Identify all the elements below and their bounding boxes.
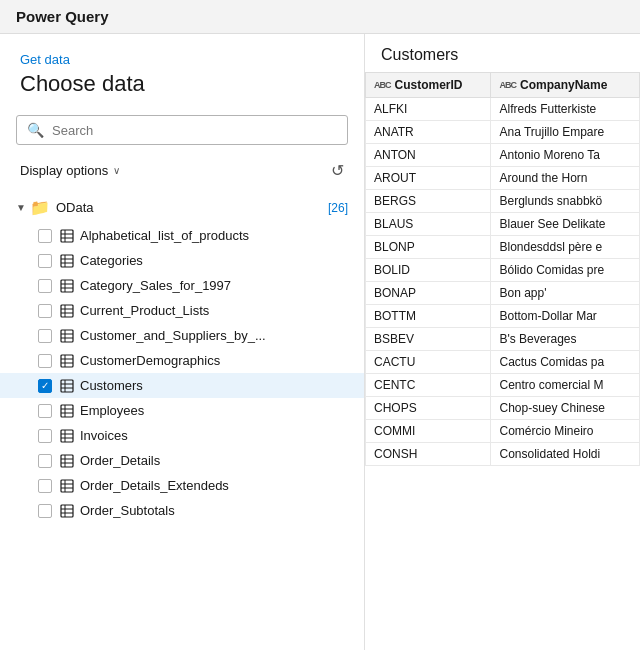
table-checkbox[interactable] — [38, 429, 52, 443]
svg-rect-36 — [61, 455, 73, 467]
customer-id-cell: BSBEV — [366, 328, 491, 351]
column-header-c2: ABC CompanyName — [491, 73, 640, 98]
table-row[interactable]: ALFKIAlfreds Futterkiste — [366, 98, 640, 121]
company-name-cell: Bon app' — [491, 282, 640, 305]
company-name-cell: Cactus Comidas pa — [491, 351, 640, 374]
table-name: Order_Details_Extendeds — [80, 478, 229, 493]
column-label: CustomerID — [395, 78, 463, 92]
table-item[interactable]: Employees — [0, 398, 364, 423]
table-checkbox[interactable] — [38, 354, 52, 368]
customer-id-cell: BOTTM — [366, 305, 491, 328]
table-row[interactable]: BSBEVB's Beverages — [366, 328, 640, 351]
table-row[interactable]: ANTONAntonio Moreno Ta — [366, 144, 640, 167]
customer-id-cell: CENTC — [366, 374, 491, 397]
company-name-cell: Blondesddsl père e — [491, 236, 640, 259]
company-name-cell: Alfreds Futterkiste — [491, 98, 640, 121]
table-type-icon — [60, 379, 74, 393]
table-item[interactable]: Categories — [0, 248, 364, 273]
customer-id-cell: CHOPS — [366, 397, 491, 420]
company-name-cell: Around the Horn — [491, 167, 640, 190]
folder-icon: 📁 — [30, 198, 50, 217]
table-row[interactable]: ANATRAna Trujillo Empare — [366, 121, 640, 144]
table-type-icon — [60, 229, 74, 243]
table-item[interactable]: Category_Sales_for_1997 — [0, 273, 364, 298]
table-checkbox[interactable] — [38, 329, 52, 343]
display-options-button[interactable]: Display options ∨ — [16, 161, 124, 180]
table-row[interactable]: BOTTMBottom-Dollar Mar — [366, 305, 640, 328]
customer-id-cell: BLONP — [366, 236, 491, 259]
table-name: Order_Details — [80, 453, 160, 468]
company-name-cell: Consolidated Holdi — [491, 443, 640, 466]
svg-rect-44 — [61, 505, 73, 517]
table-row[interactable]: AROUTAround the Horn — [366, 167, 640, 190]
table-item[interactable]: Order_Details_Extendeds — [0, 473, 364, 498]
table-row[interactable]: CENTCCentro comercial M — [366, 374, 640, 397]
customer-id-cell: AROUT — [366, 167, 491, 190]
search-box[interactable]: 🔍 — [16, 115, 348, 145]
table-type-icon — [60, 429, 74, 443]
svg-rect-28 — [61, 405, 73, 417]
type-icon: ABC — [499, 80, 516, 90]
right-panel: Customers ABC CustomerID ABC CompanyName… — [365, 34, 640, 650]
table-checkbox[interactable] — [38, 304, 52, 318]
chevron-down-icon: ∨ — [113, 165, 120, 176]
customer-id-cell: BONAP — [366, 282, 491, 305]
customer-id-cell: ANATR — [366, 121, 491, 144]
table-row[interactable]: BLONPBlondesddsl père e — [366, 236, 640, 259]
table-checkbox[interactable] — [38, 504, 52, 518]
table-item[interactable]: Customer_and_Suppliers_by_... — [0, 323, 364, 348]
folder-item-odata[interactable]: ▼ 📁 OData [26] — [0, 192, 364, 223]
svg-rect-40 — [61, 480, 73, 492]
table-row[interactable]: CHOPSChop-suey Chinese — [366, 397, 640, 420]
table-item[interactable]: Alphabetical_list_of_products — [0, 223, 364, 248]
table-name: Customers — [80, 378, 143, 393]
table-row[interactable]: BONAPBon app' — [366, 282, 640, 305]
table-checkbox[interactable] — [38, 229, 52, 243]
table-item[interactable]: Customers — [0, 373, 364, 398]
table-item[interactable]: Order_Subtotals — [0, 498, 364, 523]
search-container: 🔍 — [0, 107, 364, 153]
customer-id-cell: BLAUS — [366, 213, 491, 236]
table-name: CustomerDemographics — [80, 353, 220, 368]
refresh-button[interactable]: ↺ — [327, 157, 348, 184]
table-item[interactable]: Current_Product_Lists — [0, 298, 364, 323]
table-name: Alphabetical_list_of_products — [80, 228, 249, 243]
table-checkbox[interactable] — [38, 279, 52, 293]
choose-data-title: Choose data — [20, 71, 344, 97]
table-row[interactable]: CACTUCactus Comidas pa — [366, 351, 640, 374]
svg-rect-8 — [61, 280, 73, 292]
data-table-wrapper[interactable]: ABC CustomerID ABC CompanyName ALFKIAlfr… — [365, 72, 640, 650]
table-item[interactable]: CustomerDemographics — [0, 348, 364, 373]
main-layout: Get data Choose data 🔍 Display options ∨… — [0, 34, 640, 650]
table-type-icon — [60, 479, 74, 493]
refresh-icon: ↺ — [331, 162, 344, 179]
table-type-icon — [60, 504, 74, 518]
folder-name: OData — [56, 200, 328, 215]
table-row[interactable]: BOLIDBólido Comidas pre — [366, 259, 640, 282]
table-row[interactable]: BLAUSBlauer See Delikate — [366, 213, 640, 236]
table-checkbox[interactable] — [38, 479, 52, 493]
customer-id-cell: CACTU — [366, 351, 491, 374]
table-name: Employees — [80, 403, 144, 418]
table-row[interactable]: CONSHConsolidated Holdi — [366, 443, 640, 466]
table-items-container: Alphabetical_list_of_products Categories… — [0, 223, 364, 523]
table-checkbox[interactable] — [38, 454, 52, 468]
column-label: CompanyName — [520, 78, 607, 92]
table-type-icon — [60, 329, 74, 343]
table-checkbox[interactable] — [38, 404, 52, 418]
table-checkbox[interactable] — [38, 379, 52, 393]
table-row[interactable]: COMMIComércio Mineiro — [366, 420, 640, 443]
search-input[interactable] — [52, 123, 337, 138]
table-item[interactable]: Order_Details — [0, 448, 364, 473]
table-name: Order_Subtotals — [80, 503, 175, 518]
table-row[interactable]: BERGSBerglunds snabbkö — [366, 190, 640, 213]
left-header: Get data Choose data — [0, 34, 364, 107]
table-item[interactable]: Invoices — [0, 423, 364, 448]
company-name-cell: Bólido Comidas pre — [491, 259, 640, 282]
table-checkbox[interactable] — [38, 254, 52, 268]
customers-table-title: Customers — [381, 46, 458, 63]
get-data-label: Get data — [20, 52, 344, 67]
company-name-cell: Blauer See Delikate — [491, 213, 640, 236]
data-table-head: ABC CustomerID ABC CompanyName — [366, 73, 640, 98]
svg-rect-12 — [61, 305, 73, 317]
